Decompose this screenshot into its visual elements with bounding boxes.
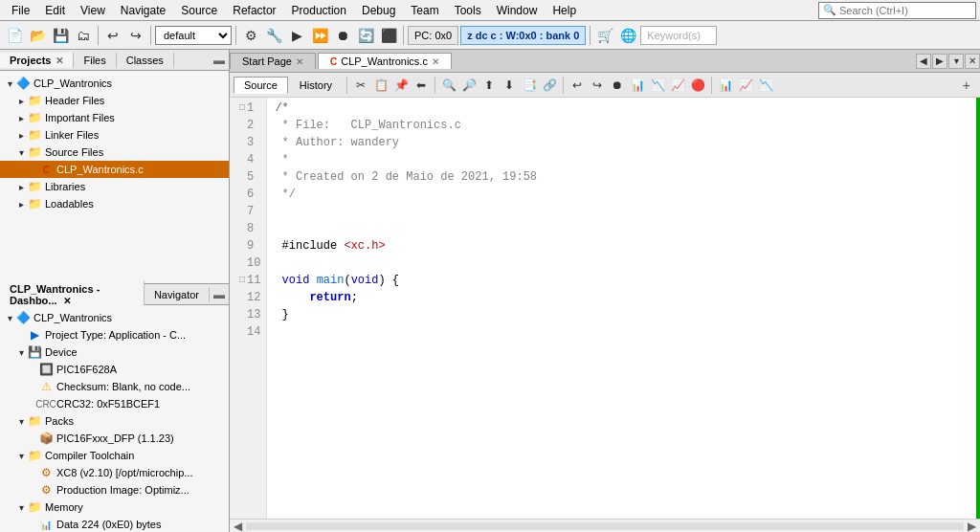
redo-button[interactable]: ↪ [125, 25, 146, 46]
menu-debug[interactable]: Debug [354, 2, 403, 19]
ed-btn-5[interactable]: 🔍 [439, 76, 458, 95]
save-button[interactable]: 💾 [50, 25, 71, 46]
new-button[interactable]: 📄 [4, 25, 25, 46]
menu-view[interactable]: View [73, 2, 113, 19]
tab-prev[interactable]: ◀ [916, 54, 931, 69]
tree-item-clp-c[interactable]: C CLP_Wantronics.c [0, 161, 229, 178]
toolbar-btn-3[interactable]: ▶ [286, 25, 307, 46]
dash-xc8[interactable]: ⚙ XC8 (v2.10) [/opt/microchip... [0, 464, 229, 481]
tree-item-source-files[interactable]: 📁 Source Files [0, 144, 229, 161]
open-button[interactable]: 📂 [27, 25, 48, 46]
undo-button[interactable]: ↩ [102, 25, 123, 46]
ed-btn-1[interactable]: ✂ [351, 76, 370, 95]
projects-tab-close[interactable]: ✕ [56, 55, 63, 66]
dash-project-type[interactable]: ▶ Project Type: Application - C... [0, 326, 229, 344]
menu-navigate[interactable]: Navigate [113, 2, 173, 19]
code-content[interactable]: /* * File: CLP_Wantronics.c * Author: wa… [267, 98, 980, 519]
config-dropdown[interactable]: default [155, 26, 232, 45]
toolbar-btn-5[interactable]: ⏺ [332, 25, 353, 46]
menu-team[interactable]: Team [403, 2, 446, 19]
dash-pic16fxxx-dfp[interactable]: 📦 PIC16Fxxx_DFP (1.1.23) [0, 430, 229, 447]
history-tab[interactable]: History [289, 77, 343, 94]
ed-btn-17[interactable]: 🔴 [688, 76, 707, 95]
ed-btn-6[interactable]: 🔎 [459, 76, 479, 95]
toolbar-btn-6[interactable]: 🔄 [355, 25, 376, 46]
tree-item-clp-wantronics[interactable]: 🔷 CLP_Wantronics [0, 75, 229, 92]
clp-c-close[interactable]: ✕ [432, 56, 439, 67]
dashboard-tab-close[interactable]: ✕ [63, 296, 71, 306]
toolbar-btn-7[interactable]: ⬛ [378, 25, 399, 46]
dash-clp-wantronics[interactable]: 🔷 CLP_Wantronics [0, 309, 229, 326]
source-tab[interactable]: Source [234, 77, 288, 94]
tab-close-all[interactable]: ✕ [965, 54, 980, 69]
tab-classes[interactable]: Classes [117, 53, 174, 68]
tab-projects[interactable]: Projects ✕ [0, 53, 74, 68]
dash-compiler-toolchain[interactable]: 📁 Compiler Toolchain [0, 447, 229, 464]
dash-data-224[interactable]: 📊 Data 224 (0xE0) bytes [0, 516, 229, 532]
tree-item-important-files[interactable]: 📁 Important Files [0, 109, 229, 126]
cart-button[interactable]: 🛒 [594, 25, 615, 46]
ed-btn-12[interactable]: ↪ [588, 76, 607, 95]
save-all-button[interactable]: 🗂 [73, 25, 94, 46]
menu-source[interactable]: Source [173, 2, 225, 19]
ed-btn-13[interactable]: ⏺ [608, 76, 627, 95]
expand-arrow [15, 182, 27, 192]
ed-btn-14[interactable]: 📊 [628, 76, 647, 95]
tree-item-header-files[interactable]: 📁 Header Files [0, 92, 229, 109]
dash-memory[interactable]: 📁 Memory [0, 499, 229, 516]
browser-button[interactable]: 🌐 [617, 25, 638, 46]
dash-production-image[interactable]: ⚙ Production Image: Optimiz... [0, 481, 229, 499]
menu-help[interactable]: Help [545, 2, 584, 19]
ed-btn-8[interactable]: ⬇ [500, 76, 519, 95]
ed-btn-20[interactable]: 📉 [756, 76, 775, 95]
ed-btn-16[interactable]: 📈 [668, 76, 687, 95]
tab-start-page[interactable]: Start Page ✕ [230, 53, 316, 69]
tab-menu[interactable]: ▾ [948, 54, 964, 69]
ed-btn-10[interactable]: 🔗 [540, 76, 559, 95]
dash-crc32[interactable]: CRC CRC32: 0xF51BCEF1 [0, 395, 229, 412]
bottom-panel-close[interactable]: ▬ [210, 288, 229, 301]
add-editor-btn[interactable]: + [957, 76, 976, 95]
panel-close[interactable]: ▬ [210, 54, 229, 67]
ed-btn-9[interactable]: 📑 [520, 76, 539, 95]
start-page-close[interactable]: ✕ [296, 56, 303, 67]
separator-1 [98, 26, 99, 45]
ed-btn-19[interactable]: 📈 [736, 76, 755, 95]
toolbar-btn-4[interactable]: ⏩ [309, 25, 330, 46]
toolbar-btn-2[interactable]: 🔧 [263, 25, 284, 46]
code-editor[interactable]: □1 2 3 4 5 6 7 8 9 10 □11 12 13 14 [230, 98, 980, 519]
ed-btn-2[interactable]: 📋 [371, 76, 390, 95]
ed-btn-4[interactable]: ⬅ [412, 76, 431, 95]
scroll-right[interactable]: ▶ [968, 520, 976, 533]
menu-tools[interactable]: Tools [447, 2, 489, 19]
menu-file[interactable]: File [4, 2, 37, 19]
menu-edit[interactable]: Edit [37, 2, 73, 19]
scrollbar-track[interactable] [246, 522, 964, 530]
tab-navigator[interactable]: Navigator [145, 287, 210, 302]
tab-next[interactable]: ▶ [932, 54, 947, 69]
search-box[interactable]: 🔍 [818, 2, 976, 19]
ed-btn-15[interactable]: 📉 [648, 76, 667, 95]
tree-item-linker-files[interactable]: 📁 Linker Files [0, 126, 229, 144]
ed-btn-3[interactable]: 📌 [391, 76, 411, 95]
menu-window[interactable]: Window [489, 2, 546, 19]
ed-btn-18[interactable]: 📊 [716, 76, 735, 95]
menu-refactor[interactable]: Refactor [225, 2, 283, 19]
dash-device[interactable]: 💾 Device [0, 344, 229, 361]
tab-dashboard[interactable]: CLP_Wantronics - Dashbo... ✕ [0, 281, 145, 308]
ed-btn-11[interactable]: ↩ [568, 76, 587, 95]
tab-files[interactable]: Files [74, 53, 116, 68]
scroll-left[interactable]: ◀ [234, 520, 242, 533]
menu-production[interactable]: Production [284, 2, 354, 19]
tab-clp-c[interactable]: C CLP_Wantronics.c ✕ [318, 53, 452, 69]
dash-packs[interactable]: 📁 Packs [0, 412, 229, 430]
search-input[interactable] [839, 5, 971, 16]
horizontal-scrollbar[interactable]: ◀ ▶ [230, 519, 980, 532]
toolbar-btn-1[interactable]: ⚙ [240, 25, 261, 46]
ed-btn-7[interactable]: ⬆ [479, 76, 499, 95]
help-input[interactable]: Keyword(s) [640, 26, 717, 45]
dash-checksum[interactable]: ⚠ Checksum: Blank, no code... [0, 378, 229, 395]
tree-item-libraries[interactable]: 📁 Libraries [0, 178, 229, 195]
dash-pic16f628a[interactable]: 🔲 PIC16F628A [0, 361, 229, 378]
tree-item-loadables[interactable]: 📁 Loadables [0, 195, 229, 212]
